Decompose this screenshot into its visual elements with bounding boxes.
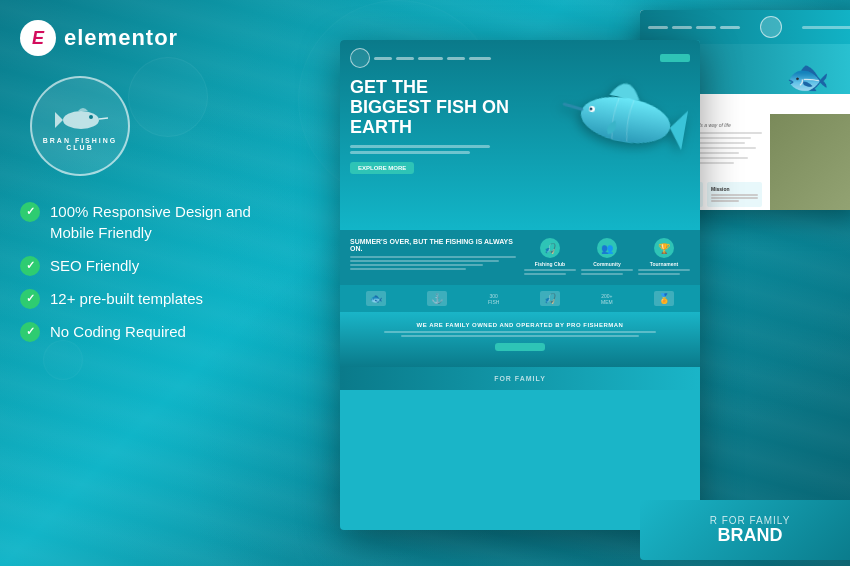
mock2-cta <box>802 26 850 29</box>
features-list: 100% Responsive Design and Mobile Friend… <box>20 201 290 342</box>
mock-summer-text <box>350 268 466 270</box>
mock2-image-column: 👴 <box>770 114 850 210</box>
mock2-nav-dot <box>720 26 740 29</box>
club-fish-svg <box>53 102 108 137</box>
mock2-mission-text <box>711 200 739 202</box>
mock-feature-icon: 🎣 <box>540 238 560 258</box>
feature-text-no-coding: No Coding Required <box>50 321 186 342</box>
mock-community-icon: 👥 <box>597 238 617 258</box>
mock-tournament-text <box>638 269 690 271</box>
mockup-main: Get The Biggest Fish On Earth EXPLORE MO… <box>340 40 700 530</box>
mock-nav-item <box>418 57 443 60</box>
mock2-nav-dot <box>648 26 668 29</box>
check-icon-templates <box>20 289 40 309</box>
mock-hero-btn: EXPLORE MORE <box>350 162 414 174</box>
mock-bottom-text <box>401 335 639 337</box>
club-logo-circle: BRAN FISHING CLUB <box>30 76 130 176</box>
mock2-mission-label: Mission <box>711 186 758 192</box>
club-logo: BRAN FISHING CLUB <box>30 76 130 176</box>
mock-nav-btn <box>660 54 690 62</box>
check-icon-no-coding <box>20 322 40 342</box>
mock-tournament-text <box>638 273 680 275</box>
mock2-mission-text <box>711 194 758 196</box>
check-icon-seo <box>20 256 40 276</box>
mock-tournament-label: Tournament <box>638 261 690 267</box>
mock2-nav-dot <box>672 26 692 29</box>
mock-nav-item <box>396 57 414 60</box>
mock-icon-fish1: 🐟 <box>366 291 386 306</box>
mock-summer-title: SUMMER'S OVER, BUT THE FISHING IS ALWAYS… <box>350 238 516 252</box>
feature-item-templates: 12+ pre-built templates <box>20 288 290 309</box>
mockup-container: 🐟 ABOUT US Fishing is not a sport, it's … <box>320 10 850 560</box>
mock-community-label: Community <box>581 261 633 267</box>
mock-nav-item <box>374 57 392 60</box>
mock-fish-illustration <box>551 55 699 192</box>
mock-bottom-title: WE ARE FAMILY OWNED AND OPERATED BY PRO … <box>350 322 690 328</box>
mock-family-text: FOR FAMILY <box>348 375 692 382</box>
mock-community-text <box>581 273 623 275</box>
svg-point-0 <box>63 111 99 129</box>
mock2-header <box>640 10 850 44</box>
check-icon-responsive <box>20 202 40 222</box>
mock-hero-subtitle <box>350 145 490 148</box>
mock-hero-title: Get The Biggest Fish On Earth <box>350 78 510 137</box>
svg-marker-1 <box>55 112 63 128</box>
svg-point-5 <box>577 91 673 150</box>
feature-text-seo: SEO Friendly <box>50 255 139 276</box>
club-logo-text: BRAN FISHING CLUB <box>32 137 128 151</box>
elementor-logo: E elementor <box>20 20 290 56</box>
mock-bottom-section: WE ARE FAMILY OWNED AND OPERATED BY PRO … <box>340 312 700 367</box>
brand-name: elementor <box>64 25 178 51</box>
mock2-person-figure: 👴 <box>790 207 840 210</box>
svg-marker-6 <box>666 108 688 150</box>
svg-line-7 <box>564 104 582 109</box>
mock-for-family-overlay: R For Family BRAND <box>640 500 850 560</box>
mock2-nav-dot <box>696 26 716 29</box>
mock2-nav <box>648 26 740 29</box>
mock-tournament-icon: 🏆 <box>654 238 674 258</box>
mock-for-family-text: R For Family BRAND <box>710 515 791 546</box>
mock-icon-badge: 🏅 <box>654 291 674 306</box>
mock-family-strip: FOR FAMILY <box>340 367 700 390</box>
mock-summer-text <box>350 256 516 258</box>
elementor-icon: E <box>20 20 56 56</box>
mock2-mission-text <box>711 197 758 199</box>
mock-icon-stat2: 200+MEM <box>601 293 613 305</box>
mock-summer-section: SUMMER'S OVER, BUT THE FISHING IS ALWAYS… <box>340 230 700 285</box>
mock-hero-section: Get The Biggest Fish On Earth EXPLORE MO… <box>340 40 700 230</box>
left-panel: E elementor BRAN FISHING CLUB 100% Respo… <box>20 20 290 354</box>
mock-feature-text <box>524 273 566 275</box>
mock-summer-text <box>350 260 499 262</box>
feature-text-templates: 12+ pre-built templates <box>50 288 203 309</box>
mock-icon-anchor: ⚓ <box>427 291 447 306</box>
mock2-logo <box>760 16 782 38</box>
mock-nav <box>350 48 690 68</box>
svg-point-2 <box>89 115 93 119</box>
mock-icons-row: 🐟 ⚓ 300 FISH 🎣 200+MEM 🏅 <box>340 285 700 312</box>
feature-text-responsive: 100% Responsive Design and Mobile Friend… <box>50 201 290 243</box>
svg-line-3 <box>99 118 108 119</box>
mock-icon-fish2: 🎣 <box>540 291 560 306</box>
mock2-mission-box: Mission <box>707 182 762 207</box>
mock-community-text <box>581 269 633 271</box>
mock-summer-text <box>350 264 483 266</box>
mock-feature-text <box>524 269 576 271</box>
mock-nav-item <box>469 57 491 60</box>
mock-hero-subtitle-2 <box>350 151 470 154</box>
mock-nav-item <box>447 57 465 60</box>
feature-item-responsive: 100% Responsive Design and Mobile Friend… <box>20 201 290 243</box>
mock-feature-label: Fishing Club <box>524 261 576 267</box>
mock-bottom-text <box>384 331 656 333</box>
mock-icon-stat: 300 FISH <box>488 293 499 305</box>
mock-bottom-btn <box>495 343 545 351</box>
feature-item-no-coding: No Coding Required <box>20 321 290 342</box>
mock-logo-nav <box>350 48 370 68</box>
feature-item-seo: SEO Friendly <box>20 255 290 276</box>
